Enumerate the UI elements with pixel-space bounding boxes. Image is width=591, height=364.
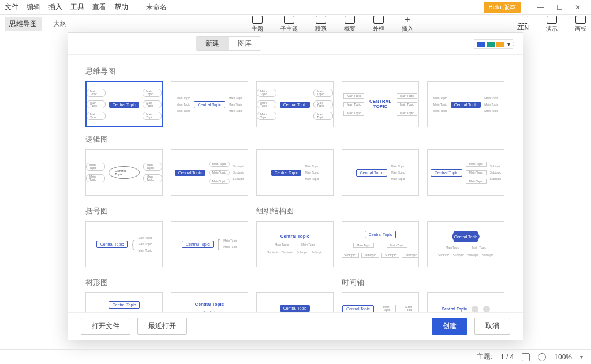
dialog-body[interactable]: 思维导图 Main TopicMain TopicMain Topic Cent… [68, 55, 523, 312]
template-timeline-1[interactable]: Central Topic Main Topic Main Topic [342, 292, 419, 312]
status-zoom[interactable]: 100% [554, 353, 572, 361]
template-timeline-2[interactable]: Central Topic [427, 292, 504, 312]
dialog-footer: 打开文件 最近打开 创建 取消 [68, 312, 523, 340]
section-title-mindmap: 思维导图 [85, 66, 506, 77]
template-logic-1[interactable]: Main TopicMain Topic Central Topic Main … [85, 149, 163, 196]
menu-help[interactable]: 帮助 [114, 2, 128, 12]
hexagon-central: Central Topic [452, 231, 480, 242]
section-title-tree: 树形图 [85, 277, 334, 288]
status-topic-label: 主题: [477, 352, 492, 362]
zoom-icon[interactable] [538, 353, 546, 361]
template-logic-3[interactable]: Central Topic Main TopicMain TopicMain T… [256, 149, 334, 196]
section-title-bracket: 括号图 [85, 206, 248, 216]
template-logic-2[interactable]: Central Topic Main TopicMain TopicMain T… [171, 149, 248, 196]
status-topic-count: 1 / 4 [500, 353, 514, 361]
chevron-down-icon[interactable]: ▾ [580, 354, 583, 360]
template-bracket-2[interactable]: Central Topic [ Main TopicMain Topic [171, 221, 248, 267]
dialog-header: 新建 图库 ✕ [68, 33, 523, 55]
create-button[interactable]: 创建 [432, 318, 467, 335]
app-menubar: 文件 编辑 插入 工具 查看 帮助 | 未命名 Beta 版本 — ☐ ✕ [0, 0, 591, 15]
dialog-tab-gallery[interactable]: 图库 [229, 37, 261, 50]
template-bracket-1[interactable]: Central Topic { Main TopicMain TopicMain… [85, 221, 163, 267]
menu-file[interactable]: 文件 [5, 2, 18, 12]
template-org-3[interactable]: Central Topic Main TopicMain Topic Subto… [427, 221, 504, 267]
template-dialog-overlay: 新建 图库 ✕ 思维导图 Main TopicMain TopicMain To… [0, 17, 591, 364]
recent-button[interactable]: 最近打开 [137, 318, 187, 335]
template-tree-1[interactable]: Central Topic Main TopicMain Topic [85, 292, 163, 312]
status-bar: 主题: 1 / 4 100% ▾ [0, 349, 591, 364]
beta-badge: Beta 版本 [484, 2, 521, 13]
template-mindmap-2[interactable]: Main TopicMain TopicMain Topic Central T… [171, 81, 248, 127]
section-title-org: 组织结构图 [256, 206, 294, 216]
template-org-1[interactable]: Central Topic Main TopicMain Topic Subto… [256, 221, 334, 267]
window-minimize[interactable]: — [532, 1, 549, 14]
template-tree-2[interactable]: Central Topic Main Topic [171, 292, 248, 312]
menu-edit[interactable]: 编辑 [27, 2, 40, 12]
menu-tools[interactable]: 工具 [70, 2, 84, 12]
open-file-button[interactable]: 打开文件 [81, 318, 130, 335]
template-tree-3[interactable]: Central Topic [256, 292, 334, 312]
template-mindmap-3[interactable]: Main TopicMain TopicMain Topic Central T… [256, 81, 334, 127]
template-mindmap-1[interactable]: Main TopicMain TopicMain Topic Central T… [85, 81, 163, 127]
chevron-down-icon: ▾ [507, 41, 510, 47]
dialog-tab-new[interactable]: 新建 [196, 37, 229, 50]
section-title-timeline: 时间轴 [342, 277, 364, 288]
window-maximize[interactable]: ☐ [551, 1, 568, 14]
window-close[interactable]: ✕ [569, 1, 586, 14]
template-mindmap-5[interactable]: Main TopicMain TopicMain Topic Central T… [427, 81, 504, 127]
color-theme-picker[interactable]: ▾ [474, 39, 513, 49]
menu-insert[interactable]: 插入 [48, 2, 62, 12]
template-org-2[interactable]: Central Topic Main TopicMain Topic Subto… [342, 221, 419, 267]
swatch-orange [496, 42, 504, 47]
document-title: 未命名 [146, 2, 167, 12]
section-title-logic: 逻辑图 [85, 134, 506, 145]
template-logic-4[interactable]: Central Topic Main TopicMain TopicMain T… [342, 149, 419, 196]
cancel-button[interactable]: 取消 [474, 318, 510, 335]
fit-icon[interactable] [522, 353, 530, 361]
template-dialog: 新建 图库 ✕ 思维导图 Main TopicMain TopicMain To… [68, 32, 523, 340]
template-logic-5[interactable]: Central Topic Main TopicMain TopicMain T… [427, 149, 504, 196]
swatch-teal [487, 42, 495, 47]
swatch-blue [477, 42, 485, 47]
template-mindmap-4[interactable]: Main TopicMain TopicMain Topic CENTRAL T… [342, 81, 419, 127]
menu-view[interactable]: 查看 [92, 2, 106, 12]
